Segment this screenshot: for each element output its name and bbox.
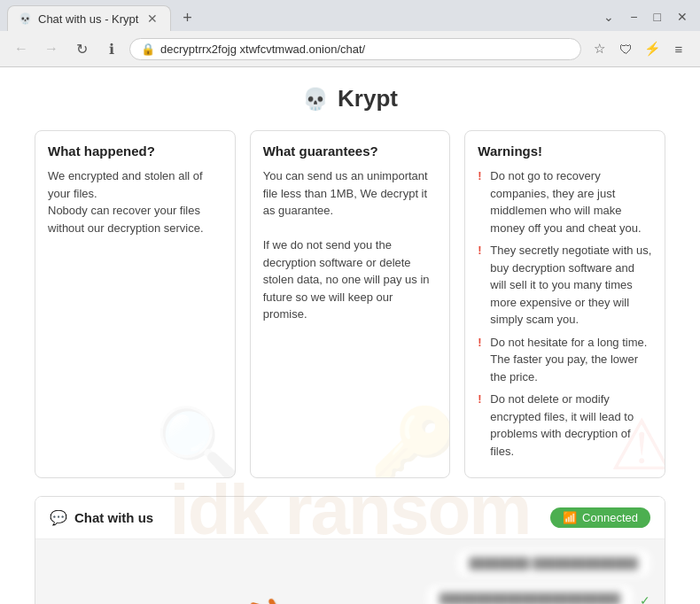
skull-icon: 💀 [302, 87, 329, 112]
back-button[interactable]: ← [9, 36, 34, 61]
card-guarantees-body: You can send us an unimportant file less… [263, 167, 438, 323]
checkmark-icon: ✓ [640, 593, 650, 604]
card-happened-title: What happened? [48, 143, 222, 159]
card-warnings-title: Warnings! [478, 143, 652, 159]
chat-icon: 💬 [50, 509, 67, 526]
tab-chevron-down[interactable]: ⌄ [598, 8, 619, 26]
maximize-button[interactable]: □ [649, 8, 666, 26]
card-warnings: Warnings! Do not go to recovery companie… [464, 130, 665, 478]
chat-title: 💬 Chat with us [50, 509, 153, 526]
chat-header: 💬 Chat with us 📶 Connected [35, 497, 665, 539]
nav-right-icons: ☆ 🛡 ⚡ ≡ [587, 36, 691, 61]
active-tab[interactable]: 💀 Chat with us - Krypt ✕ [7, 5, 171, 31]
warning-item-4: Do not delete or modify encrypted files,… [478, 391, 652, 460]
wifi-icon: 📶 [563, 511, 577, 524]
warning-item-3: Do not hesitate for a long time. The fas… [478, 334, 652, 386]
url-text: decryptrrx2fojg xtwfcvtmwad.onion/chat/ [160, 43, 570, 56]
card-happened-body: We encrypted and stolen all of your file… [48, 167, 222, 236]
tab-favicon: 💀 [19, 12, 31, 25]
blurred-message-1: ████████ ██████████████ [457, 550, 650, 577]
page-title: Krypt [338, 85, 398, 112]
page-header: 💀 Krypt [35, 85, 665, 112]
forward-button[interactable]: → [39, 36, 64, 61]
card-warnings-body: Do not go to recovery companies, they ar… [478, 167, 652, 460]
card-happened: What happened? We encrypted and stolen a… [35, 130, 236, 478]
blurred-message-2: ████████████████████████ [427, 585, 633, 604]
shield-button[interactable]: 🛡 [613, 36, 638, 61]
card-guarantees-title: What guarantees? [263, 143, 438, 159]
connected-badge: 📶 Connected [550, 507, 650, 528]
guarantees-watermark: 🔑 [369, 403, 450, 478]
refresh-button[interactable]: ↻ [69, 36, 94, 61]
info-button[interactable]: ℹ [99, 36, 124, 61]
warning-item-2: They secretly negotiate with us, buy dec… [478, 242, 652, 329]
nav-bar: ← → ↻ ℹ 🔒 decryptrrx2fojg xtwfcvtmwad.on… [0, 31, 700, 66]
browser-window: 💀 Krypt What happened? We encrypted and … [0, 67, 700, 604]
tab-close-button[interactable]: ✕ [145, 12, 159, 26]
address-bar[interactable]: 🔒 decryptrrx2fojg xtwfcvtmwad.onion/chat… [129, 38, 581, 60]
menu-button[interactable]: ≡ [666, 36, 691, 61]
connected-label: Connected [582, 511, 638, 524]
page-content: 💀 Krypt What happened? We encrypted and … [13, 67, 687, 604]
tab-title: Chat with us - Krypt [38, 12, 138, 26]
extensions-button[interactable]: ⚡ [640, 36, 665, 61]
chat-area: ████████ ██████████████ ████████████████… [35, 539, 665, 604]
warning-item-1: Do not go to recovery companies, they ar… [478, 167, 652, 236]
happened-watermark: 🔍 [155, 403, 236, 478]
security-indicator: 🔒 [141, 43, 155, 56]
chat-title-text: Chat with us [74, 510, 153, 525]
tab-controls: ⌄ − □ ✕ [598, 8, 693, 29]
minimize-button[interactable]: − [625, 8, 642, 26]
bookmark-button[interactable]: ☆ [587, 36, 611, 61]
cards-row: What happened? We encrypted and stolen a… [35, 130, 665, 478]
tab-bar: 💀 Chat with us - Krypt ✕ + ⌄ − □ ✕ [0, 0, 700, 31]
card-guarantees: What guarantees? You can send us an unim… [250, 130, 451, 478]
close-window-button[interactable]: ✕ [672, 8, 693, 26]
chat-section: 💬 Chat with us 📶 Connected ████████ ████… [35, 496, 665, 604]
new-tab-button[interactable]: + [175, 6, 199, 31]
browser-chrome: 💀 Chat with us - Krypt ✕ + ⌄ − □ ✕ ← → ↻… [0, 0, 700, 67]
